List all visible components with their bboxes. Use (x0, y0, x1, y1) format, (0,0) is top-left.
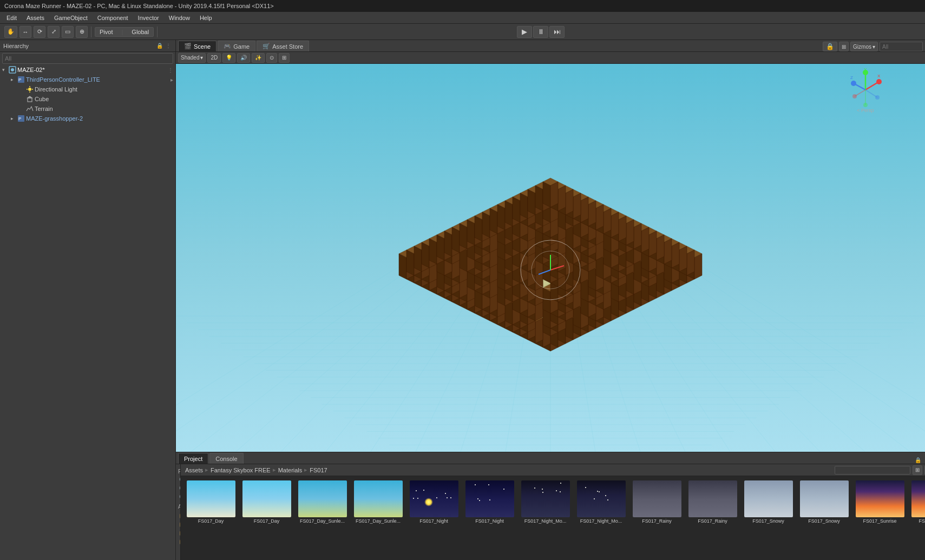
effects-btn[interactable]: ✨ (252, 53, 265, 63)
star-s-1 (475, 484, 476, 485)
hierarchy-item-mazegrass[interactable]: ▸ P MAZE-grasshopper-2 (0, 114, 175, 123)
asset-tab-icon: 🛒 (263, 43, 270, 50)
project-breadcrumb: Assets ▸ Fantasy Skybox FREE ▸ Materials… (181, 464, 925, 476)
pivot-btn[interactable]: Pivot (95, 28, 117, 36)
tab-asset-store[interactable]: 🛒 Asset Store (257, 41, 309, 51)
moon-glow-fs017_night1 (424, 498, 433, 506)
lighting-btn[interactable]: 💡 (222, 53, 235, 63)
menu-edit[interactable]: Edit (2, 14, 21, 22)
project-layout-btn[interactable]: ⊞ (913, 465, 922, 475)
gizmos-dropdown[interactable]: Gizmos ▾ (850, 42, 878, 51)
shaded-label: Shaded (181, 55, 199, 61)
rotate-tool-btn[interactable]: ⟳ (34, 26, 45, 38)
proj-terrain-auto[interactable]: 📁 _TerrainAuto... (178, 511, 180, 519)
play-button[interactable]: ▶ (517, 26, 532, 38)
scene-viewport[interactable]: X Y Z (176, 64, 925, 452)
proj-classic[interactable]: 📁 Classic... (178, 537, 180, 545)
menu-gameobject[interactable]: GameObject (50, 14, 92, 22)
asset-item-fs017_rainy1[interactable]: FS017_Rainy (631, 480, 683, 524)
menu-window[interactable]: Window (165, 14, 194, 22)
pause-button[interactable]: ⏸ (533, 26, 548, 38)
asset-item-fs017_day_sunle1[interactable]: FS017_Day_Sunle... (297, 480, 348, 524)
proj-all-prefabs[interactable]: 🔍 All Prefabs (178, 493, 180, 502)
audio-btn[interactable]: 🔊 (237, 53, 250, 63)
hierarchy-item-maze02[interactable]: ▾ MAZE-02* ⋮ (0, 65, 175, 75)
asset-item-fs017_night1[interactable]: FS017_Night (408, 480, 460, 524)
viewport-search-input[interactable] (880, 42, 923, 51)
asset-label-fs017_snowy2: FS017_Snowy (808, 518, 840, 524)
star-s-5 (489, 499, 490, 500)
pivot-global-toggle[interactable]: Pivot | Global (95, 27, 154, 37)
bc-materials[interactable]: Materials (278, 467, 303, 473)
viewport-area: 🎬 Scene 🎮 Game 🛒 Asset Store 🔒 ⊞ (176, 40, 925, 452)
hierarchy-menu-btn[interactable]: ⋮ (165, 42, 172, 50)
asset-item-fs017_rainy2[interactable]: FS017_Rainy (687, 480, 738, 524)
third-options[interactable]: ▸ (170, 77, 173, 83)
bc-fantasy[interactable]: Fantasy Skybox FREE (211, 467, 271, 473)
grid-btn[interactable]: ⊞ (279, 53, 290, 63)
asset-thumb-fs017_day2 (242, 480, 291, 517)
asset-thumb-fs017_snowy1 (744, 480, 793, 517)
proj-all-materials[interactable]: 🔍 All Materials (178, 476, 180, 484)
hierarchy-item-terrain[interactable]: Terrain (0, 104, 175, 114)
proj-materials[interactable]: 📁 Materials (178, 528, 180, 537)
hidden-btn[interactable]: ⊙ (266, 53, 277, 63)
star-s-0 (605, 495, 606, 496)
project-search-input[interactable] (835, 466, 910, 475)
asset-item-fs017_day2[interactable]: FS017_Day (241, 480, 292, 524)
bc-assets[interactable]: Assets (185, 467, 203, 473)
hierarchy-item-cube[interactable]: Cube (0, 94, 175, 104)
hierarchy-item-dirlight[interactable]: Directional Light (0, 84, 175, 94)
asset-item-fs017_day_sunle2[interactable]: FS017_Day_Sunle... (352, 480, 404, 524)
toolbar: ✋ ↔ ⟳ ⤢ ▭ ⊕ Pivot | Global ▶ ⏸ ⏭ (0, 24, 925, 40)
transform-tool-btn[interactable]: ⊕ (76, 26, 88, 38)
hand-tool-btn[interactable]: ✋ (4, 26, 17, 38)
star-6 (447, 497, 448, 498)
asset-item-fs017_day1[interactable]: FS017_Day (185, 480, 237, 524)
rect-tool-btn[interactable]: ▭ (62, 26, 74, 38)
2d-btn[interactable]: 2D (207, 53, 221, 63)
shaded-dropdown[interactable]: Shaded ▾ (178, 53, 206, 63)
asset-label-fs017_day1: FS017_Day (198, 518, 224, 524)
tab-console[interactable]: Console (209, 453, 243, 464)
menu-component[interactable]: Component (93, 14, 133, 22)
step-button[interactable]: ⏭ (549, 26, 565, 38)
hierarchy-item-third[interactable]: ▸ P ThirdPersonController_LITE ▸ (0, 75, 175, 84)
separator-1 (91, 27, 91, 37)
asset-label-fs017_sunrise1: FS017_Sunrise (863, 518, 896, 524)
mazegrass-arrow: ▸ (11, 116, 17, 121)
proj-fantasy-sky[interactable]: 📁 Fantasy Sky... (178, 519, 180, 528)
asset-item-fs017_night2[interactable]: FS017_Night (464, 480, 515, 524)
asset-item-fs017_snowy1[interactable]: FS017_Snowy (743, 480, 794, 524)
bottom-content: Favorites 🔍 All Materials 🔍 All Models 🔍… (176, 464, 925, 560)
maze02-options[interactable]: ⋮ (168, 67, 173, 73)
hierarchy-lock-btn[interactable]: 🔒 (156, 42, 163, 50)
title-bar: Corona Maze Runner - MAZE-02 - PC, Mac &… (0, 0, 925, 12)
move-tool-btn[interactable]: ↔ (19, 26, 31, 38)
asset-label-fs017_night_mo1: FS017_Night_Mo... (524, 518, 567, 524)
menu-assets[interactable]: Assets (22, 14, 49, 22)
tab-project[interactable]: Project (178, 453, 208, 464)
bottom-lock-btn[interactable]: 🔒 (914, 456, 922, 464)
asset-item-fs017_sunrise2[interactable]: FS017_Sunrise (910, 480, 925, 524)
asset-item-fs017_sunrise1[interactable]: FS017_Sunrise (854, 480, 906, 524)
star-s-0 (560, 491, 561, 492)
tab-game[interactable]: 🎮 Game (218, 41, 255, 51)
asset-item-fs017_night_mo2[interactable]: FS017_Night_Mo... (575, 480, 627, 524)
global-btn[interactable]: Global (127, 28, 153, 36)
menu-help[interactable]: Help (195, 14, 217, 22)
play-controls: ▶ ⏸ ⏭ (161, 26, 921, 38)
bc-fs017[interactable]: FS017 (310, 467, 327, 473)
asset-label-fs017_day2: FS017_Day (254, 518, 280, 524)
svg-point-1 (11, 68, 14, 71)
hierarchy-search-input[interactable] (2, 53, 173, 64)
scale-tool-btn[interactable]: ⤢ (48, 26, 60, 38)
layers-dropdown[interactable]: ⊞ (839, 42, 849, 51)
menu-invector[interactable]: Invector (134, 14, 163, 22)
asset-item-fs017_snowy2[interactable]: FS017_Snowy (798, 480, 850, 524)
viewport-lock-btn[interactable]: 🔒 (823, 42, 837, 51)
tab-scene[interactable]: 🎬 Scene (178, 41, 217, 51)
asset-item-fs017_night_mo1[interactable]: FS017_Night_Mo... (520, 480, 571, 524)
assets-grid: FS017_DayFS017_DayFS017_Day_Sunle...FS01… (181, 476, 925, 560)
proj-all-models[interactable]: 🔍 All Models (178, 484, 180, 493)
